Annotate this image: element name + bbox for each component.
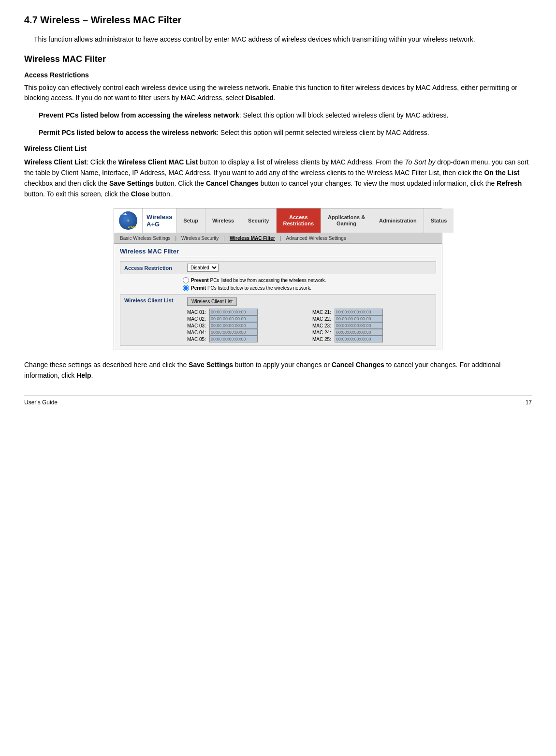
subnav-basic-wireless[interactable]: Basic Wireless Settings bbox=[117, 235, 173, 242]
logo-circle: 5GHz + 2.4GHz bbox=[119, 211, 137, 230]
router-screenshot: 5GHz + 2.4GHz Wireless A+G Setup Wireles… bbox=[114, 208, 442, 350]
intro-paragraph: This function allows administrator to ha… bbox=[34, 34, 532, 44]
wcl-bold3: On the List bbox=[484, 169, 519, 177]
mac-row-05: MAC 05: bbox=[187, 336, 307, 342]
wireless-client-list-body: Wireless Client List: Click the Wireless… bbox=[24, 157, 532, 199]
wcl-bold5: Cancel Changes bbox=[206, 179, 259, 187]
mac-label-24: MAC 24: bbox=[312, 330, 333, 335]
mac-grid: MAC 01: MAC 02: MAC 03: bbox=[187, 309, 432, 342]
nav-tabs: Setup Wireless Security AccessRestrictio… bbox=[176, 208, 454, 233]
subnav-sep1: | bbox=[175, 236, 176, 241]
wcl-bold4: Save Settings bbox=[109, 179, 154, 187]
section-wireless-mac-filter-title: Wireless MAC Filter bbox=[24, 54, 532, 64]
client-list-inner: Wireless Client List MAC 01: MAC 02: bbox=[187, 297, 432, 342]
permit-pcs-block: Permit PCs listed below to access the wi… bbox=[39, 128, 532, 138]
mac-row-04: MAC 04: bbox=[187, 329, 307, 336]
mac-input-22[interactable] bbox=[335, 315, 383, 322]
router-subnav: Basic Wireless Settings | Wireless Secur… bbox=[114, 233, 442, 244]
mac-input-05[interactable] bbox=[209, 336, 258, 342]
subnav-sep2: | bbox=[223, 236, 225, 241]
footer-help: Help bbox=[76, 371, 91, 379]
mac-row-03: MAC 03: bbox=[187, 322, 307, 329]
wcl-bold6: Refresh bbox=[497, 179, 522, 187]
mac-input-01[interactable] bbox=[209, 309, 258, 315]
mac-row-24: MAC 24: bbox=[312, 329, 432, 336]
permit-pcs-bold: Permit PCs listed below to access the wi… bbox=[39, 129, 217, 136]
access-restrictions-block: Access Restrictions This policy can effe… bbox=[24, 70, 532, 104]
wcl-bold1: Wireless Client List bbox=[24, 158, 87, 166]
page-title: 4.7 Wireless – Wireless MAC Filter bbox=[24, 15, 532, 26]
prevent-pcs-bold: Prevent PCs listed below from accessing … bbox=[39, 111, 239, 119]
footer-user-guide: User's Guide bbox=[24, 399, 58, 406]
subnav-advanced-wireless[interactable]: Advanced Wireless Settings bbox=[283, 235, 349, 242]
mac-row-25: MAC 25: bbox=[312, 336, 432, 342]
footer-note: Change these settings as described here … bbox=[24, 360, 532, 381]
prevent-radio-row: Prevent PCs listed below from accessing … bbox=[183, 277, 436, 283]
access-restriction-label: Access Restriction bbox=[124, 265, 187, 271]
subnav-sep3: | bbox=[280, 236, 281, 241]
disabled-label: Disabled bbox=[246, 94, 274, 102]
permit-radio-label: Permit PCs listed below to access the wi… bbox=[191, 285, 311, 291]
footer-save-settings: Save Settings bbox=[189, 361, 233, 369]
logo-plus-sign: + bbox=[127, 218, 130, 223]
mac-row-01: MAC 01: bbox=[187, 309, 307, 315]
footer-cancel-changes: Cancel Changes bbox=[332, 361, 384, 369]
router-logo: 5GHz + 2.4GHz bbox=[114, 208, 143, 233]
nav-tab-administration[interactable]: Administration bbox=[372, 208, 424, 233]
wireless-client-list-heading: Wireless Client List bbox=[24, 145, 532, 152]
access-restriction-form-row: Access Restriction Disabled bbox=[120, 261, 436, 274]
mac-label-04: MAC 04: bbox=[187, 330, 207, 335]
mac-label-01: MAC 01: bbox=[187, 310, 207, 315]
mac-label-03: MAC 03: bbox=[187, 323, 207, 328]
mac-input-03[interactable] bbox=[209, 322, 258, 329]
bottom-divider bbox=[24, 396, 532, 396]
mac-input-25[interactable] bbox=[335, 336, 383, 342]
mac-input-04[interactable] bbox=[209, 329, 258, 336]
router-content: Wireless MAC Filter Access Restriction D… bbox=[114, 244, 442, 350]
mac-label-05: MAC 05: bbox=[187, 337, 207, 342]
prevent-pcs-block: Prevent PCs listed below from accessing … bbox=[39, 110, 532, 121]
prevent-radio-label: Prevent PCs listed below from accessing … bbox=[191, 278, 326, 283]
mac-label-25: MAC 25: bbox=[312, 337, 333, 342]
subnav-wireless-security[interactable]: Wireless Security bbox=[178, 235, 221, 242]
nav-tab-wireless[interactable]: Wireless bbox=[205, 208, 241, 233]
nav-tab-security[interactable]: Security bbox=[241, 208, 276, 233]
nav-tab-access-restrictions[interactable]: AccessRestrictions bbox=[276, 208, 321, 233]
access-restriction-select[interactable]: Disabled bbox=[187, 264, 219, 272]
permit-pcs-rest: : Select this option will permit selecte… bbox=[217, 129, 429, 136]
logo-24ghz: 2.4GHz bbox=[128, 225, 136, 228]
permit-radio-row: Permit PCs listed below to access the wi… bbox=[183, 285, 436, 291]
mac-row-21: MAC 21: bbox=[312, 309, 432, 315]
mac-label-22: MAC 22: bbox=[312, 316, 333, 322]
logo-5ghz: 5GHz bbox=[120, 213, 127, 216]
mac-row-23: MAC 23: bbox=[312, 322, 432, 329]
mac-input-02[interactable] bbox=[209, 315, 258, 322]
client-list-label: Wireless Client List bbox=[124, 297, 187, 342]
footer-page-number: 17 bbox=[526, 399, 532, 406]
mac-input-21[interactable] bbox=[335, 309, 383, 315]
mac-row-22: MAC 22: bbox=[312, 315, 432, 322]
nav-tab-status[interactable]: Status bbox=[424, 208, 454, 233]
mac-label-21: MAC 21: bbox=[312, 310, 333, 315]
access-restrictions-heading: Access Restrictions bbox=[24, 70, 532, 81]
wireless-client-list-button[interactable]: Wireless Client List bbox=[187, 297, 237, 306]
prevent-radio[interactable] bbox=[183, 277, 189, 283]
footer-row: User's Guide 17 bbox=[24, 399, 532, 406]
subnav-wireless-mac-filter[interactable]: Wireless MAC Filter bbox=[227, 235, 278, 242]
permit-radio[interactable] bbox=[183, 285, 189, 291]
nav-tab-applications-gaming[interactable]: Applications &Gaming bbox=[321, 208, 372, 233]
wcl-bold2: Wireless Client MAC List bbox=[118, 158, 198, 166]
router-brand: Wireless A+G bbox=[143, 208, 176, 233]
wcl-bold7: Close bbox=[131, 190, 149, 198]
mac-input-24[interactable] bbox=[335, 329, 383, 336]
mac-label-23: MAC 23: bbox=[312, 323, 333, 328]
prevent-pcs-rest: : Select this option will block selected… bbox=[239, 111, 449, 119]
mac-input-23[interactable] bbox=[335, 322, 383, 329]
nav-tab-setup[interactable]: Setup bbox=[176, 208, 205, 233]
mac-right-col: MAC 21: MAC 22: MAC 23: bbox=[312, 309, 432, 342]
access-restriction-control[interactable]: Disabled bbox=[187, 264, 432, 272]
mac-row-02: MAC 02: bbox=[187, 315, 307, 322]
wcl-italic1: To Sort by bbox=[405, 158, 435, 166]
router-topbar: 5GHz + 2.4GHz Wireless A+G Setup Wireles… bbox=[114, 208, 442, 233]
client-list-section: Wireless Client List Wireless Client Lis… bbox=[120, 294, 436, 346]
